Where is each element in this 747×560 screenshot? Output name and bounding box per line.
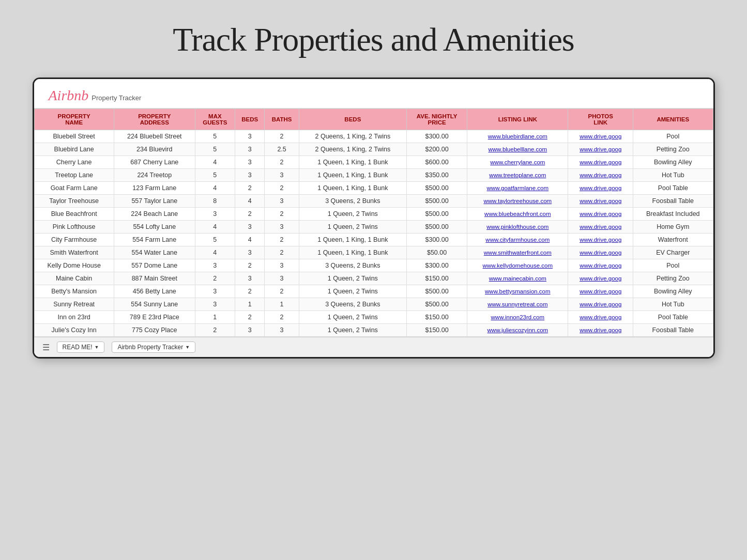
table-cell: 2 [265,234,299,246]
table-cell: www.cityfarmhouse.com [467,234,568,246]
table-cell: Hot Tub [633,298,713,311]
properties-table: PROPERTYNAME PROPERTYADDRESS MAXGUESTS B… [34,108,713,337]
table-cell: 1 Queen, 1 King, 1 Bunk [299,156,406,169]
table-header-row: PROPERTYNAME PROPERTYADDRESS MAXGUESTS B… [34,109,713,130]
table-cell: Inn on 23rd [34,311,114,324]
table-cell: 2 [265,285,299,298]
table-cell: 3 Queens, 2 Bunks [299,259,406,272]
table-row: Betty's Mansion456 Betty Lane3221 Queen,… [34,285,713,298]
readme-tab[interactable]: READ ME! ▼ [57,341,105,353]
table-cell: Cherry Lane [34,156,114,169]
table-cell: www.treetoplane.com [467,169,568,182]
table-row: Pink Lofthouse554 Lofty Lane4331 Queen, … [34,221,713,234]
table-cell: 775 Cozy Place [114,324,195,337]
table-cell: 2 Queens, 1 King, 2 Twins [299,130,406,143]
table-cell: 2 [235,208,265,221]
table-cell: 1 Queen, 1 King, 1 Bunk [299,182,406,195]
table-cell: Hot Tub [633,169,713,182]
table-cell: Smith Waterfront [34,246,114,259]
table-row: Goat Farm Lane123 Farm Lane4221 Queen, 1… [34,182,713,195]
table-cell: 3 [235,246,265,259]
table-cell: www.goatfarmlane.com [467,182,568,195]
table-cell: Bowling Alley [633,156,713,169]
table-cell: Pink Lofthouse [34,221,114,234]
table-cell: 3 [195,285,235,298]
table-cell: 1 Queen, 2 Twins [299,272,406,285]
table-cell: www.innon23rd.com [467,311,568,324]
table-cell: $500.00 [406,208,467,221]
table-cell: 4 [235,195,265,208]
table-cell: $300.00 [406,234,467,246]
table-cell: Julie's Cozy Inn [34,324,114,337]
table-cell: 2 [235,259,265,272]
table-cell: 2 [265,182,299,195]
table-row: Bluebird Lane234 Bluevird532.52 Queens, … [34,143,713,156]
table-cell: 2.5 [265,143,299,156]
table-cell: $350.00 [406,169,467,182]
table-cell: 224 Bluebell Street [114,130,195,143]
table-cell: 2 [265,156,299,169]
table-row: Inn on 23rd789 E 23rd Place1221 Queen, 2… [34,311,713,324]
table-cell: www.drive.goog [568,259,633,272]
menu-icon: ☰ [42,343,50,352]
table-cell: www.drive.goog [568,221,633,234]
table-cell: 1 Queen, 2 Twins [299,311,406,324]
table-cell: www.drive.goog [568,208,633,221]
table-cell: 1 Queen, 2 Twins [299,208,406,221]
table-cell: 123 Farm Lane [114,182,195,195]
table-row: Smith Waterfront554 Water Lane4321 Queen… [34,246,713,259]
table-cell: Breakfast Included [633,208,713,221]
table-cell: Betty's Mansion [34,285,114,298]
table-cell: 3 [235,143,265,156]
table-cell: $300.00 [406,130,467,143]
col-amenities: AMENITIES [633,109,713,130]
table-cell: 887 Main Street [114,272,195,285]
table-cell: 557 Dome Lane [114,259,195,272]
table-row: Blue Beachfront224 Beach Lane3221 Queen,… [34,208,713,221]
readme-tab-label: READ ME! [63,344,93,351]
table-cell: EV Charger [633,246,713,259]
table-cell: www.sunnyretreat.com [467,298,568,311]
table-cell: Pool Table [633,182,713,195]
tracker-tab[interactable]: Airbnb Property Tracker ▼ [112,341,195,353]
table-cell: Taylor Treehouse [34,195,114,208]
table-cell: 5 [195,130,235,143]
table-row: City Farmhouse554 Farm Lane5421 Queen, 1… [34,234,713,246]
table-cell: 557 Taylor Lane [114,195,195,208]
table-cell: www.drive.goog [568,272,633,285]
table-cell: 3 [195,259,235,272]
table-cell: www.mainecabin.com [467,272,568,285]
table-cell: $500.00 [406,195,467,208]
table-row: Kelly Dome House557 Dome Lane3233 Queens… [34,259,713,272]
table-cell: www.drive.goog [568,156,633,169]
table-cell: 3 [265,259,299,272]
table-cell: 5 [195,234,235,246]
table-cell: www.drive.goog [568,195,633,208]
table-cell: City Farmhouse [34,234,114,246]
table-cell: 3 [265,324,299,337]
table-cell: www.bettysmansion.com [467,285,568,298]
table-cell: $500.00 [406,182,467,195]
table-cell: $500.00 [406,298,467,311]
table-cell: 224 Treetop [114,169,195,182]
table-cell: Home Gym [633,221,713,234]
table-cell: 3 [265,169,299,182]
col-photos-link: PHOTOSLINK [568,109,633,130]
table-cell: 789 E 23rd Place [114,311,195,324]
tracker-caret: ▼ [185,345,190,350]
table-cell: $150.00 [406,324,467,337]
table-cell: 1 Queen, 1 King, 1 Bunk [299,169,406,182]
table-cell: Petting Zoo [633,272,713,285]
table-cell: 554 Sunny Lane [114,298,195,311]
table-cell: Treetop Lane [34,169,114,182]
table-cell: 1 [265,298,299,311]
table-cell: Maine Cabin [34,272,114,285]
table-cell: 3 [195,298,235,311]
table-cell: Sunny Retreat [34,298,114,311]
table-cell: 2 Queens, 1 King, 2 Twins [299,143,406,156]
table-row: Bluebell Street224 Bluebell Street5322 Q… [34,130,713,143]
table-cell: www.drive.goog [568,143,633,156]
table-cell: 687 Cherry Lane [114,156,195,169]
table-cell: 2 [265,130,299,143]
table-cell: 554 Farm Lane [114,234,195,246]
